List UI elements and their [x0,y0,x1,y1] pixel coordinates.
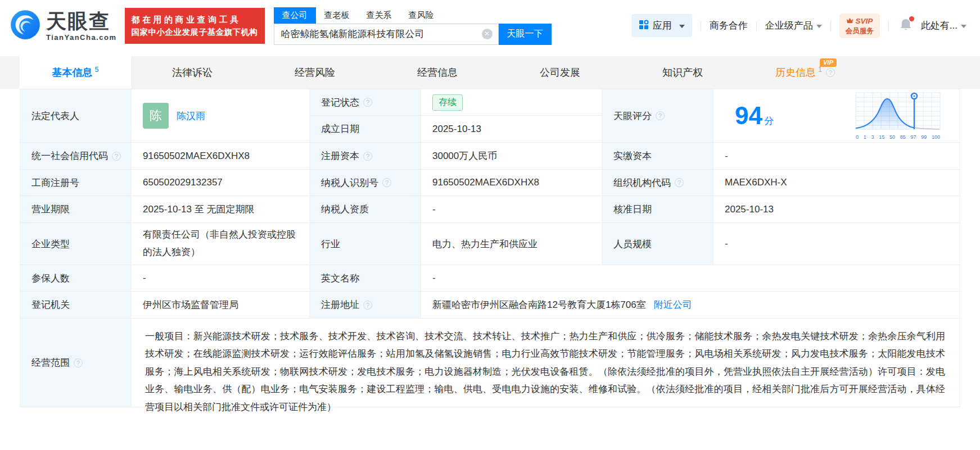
value-text: - [432,272,436,284]
help-icon[interactable] [675,178,684,187]
chevron-down-icon [961,25,967,28]
logo-domain: TianYanCha.com [46,34,117,41]
label-text: 成立日期 [321,122,359,135]
field-value-industry: 电力、热力生产和供应业 [421,223,602,265]
field-value-approval-date: 2025-10-13 [713,196,960,223]
value-text: - [432,204,436,215]
enterprise-products-label: 企业级产品 [765,19,813,32]
field-label-industry: 行业 [310,223,421,265]
field-value-paid-capital: - [713,143,960,170]
tab-operating-risk[interactable]: 经营风险 [254,56,376,89]
label-text: 人员规模 [613,238,652,251]
value-text: 有限责任公司（非自然人投资或控股的法人独资） [143,226,301,261]
label-text: 纳税人资质 [321,203,369,216]
enterprise-products-menu[interactable]: 企业级产品 [765,19,822,32]
label-text: 实缴资本 [613,149,652,162]
business-cooperation-link[interactable]: 商务合作 [710,19,748,32]
label-text: 登记机关 [31,298,70,311]
label-text: 企业类型 [31,238,70,251]
field-value-business-term: 2025-10-13 至 无固定期限 [132,196,310,223]
avatar[interactable]: 陈 [143,103,169,129]
top-header: 天眼查 TianYanCha.com 都在用的商业查询工具 国家中小企业发展子基… [0,0,980,56]
field-label-taxpayer-qualification: 纳税人资质 [310,196,421,223]
tab-intellectual-property[interactable]: 知识产权 [621,56,744,89]
tab-operating-info[interactable]: 经营信息 [376,56,499,89]
field-value-credit-code: 91650502MAEX6DXHX8 [132,143,310,170]
chevron-down-icon [816,25,822,28]
help-icon[interactable] [826,68,835,77]
search-button[interactable]: 天眼一下 [499,24,552,45]
value-text: 650502029132357 [143,177,223,188]
field-value-legal-rep: 陈 陈汉雨 [132,89,310,143]
help-icon[interactable] [656,111,665,120]
svip-sublabel: 会员服务 [846,26,874,35]
apps-label: 应用 [653,19,672,32]
tab-label: 经营风险 [295,66,335,79]
label-text: 核准日期 [613,203,652,216]
nearby-companies-link[interactable]: 附近公司 [654,298,692,311]
help-icon[interactable] [112,152,121,161]
help-icon[interactable] [382,178,391,187]
legal-rep-link[interactable]: 陈汉雨 [177,110,205,122]
field-value-org-code: MAEX6DXH-X [713,170,960,196]
tab-legal-proceedings[interactable]: 法律诉讼 [131,56,254,89]
value-text: 新疆哈密市伊州区融合南路12号教育大厦1栋706室 [432,298,646,311]
tianyancha-logo-icon [10,10,40,42]
value-text: - [725,238,728,249]
search-tab-risk[interactable]: 查风险 [400,7,442,24]
field-value-tyc-score[interactable]: 94分 [713,89,960,143]
value-text: - [143,272,146,284]
value-text: 2025-10-13 [432,124,481,135]
label-text: 英文名称 [321,272,359,285]
field-label-company-type: 企业类型 [20,223,132,265]
divider [701,21,701,30]
account-menu[interactable]: 此处有... [921,19,967,32]
field-value-reg-number: 650502029132357 [132,170,310,196]
promo-banner-line1: 都在用的商业查询工具 [132,13,258,26]
tab-basic-info[interactable]: 基本信息 5 [20,56,131,89]
search-tab-company[interactable]: 查公司 [274,7,316,24]
field-value-staff-size: - [713,223,960,265]
help-icon[interactable] [74,358,83,367]
search-tab-boss[interactable]: 查老板 [316,7,358,24]
promo-banner-line2: 国家中小企业发展子基金旗下机构 [132,26,258,38]
svip-label: SVIP [855,16,873,26]
field-label-insured-count: 参保人数 [20,265,132,292]
value-text: 91650502MAEX6DXHX8 [143,151,250,162]
label-text: 注册资本 [321,149,359,162]
search-input[interactable] [281,29,482,40]
search-tabs: 查公司 查老板 查关系 查风险 [274,7,552,24]
field-label-approval-date: 核准日期 [602,196,713,223]
search-tab-relation[interactable]: 查关系 [358,7,400,24]
label-text: 纳税人识别号 [321,176,378,189]
field-label-reg-status: 登记状态 [310,89,421,116]
search-box [274,24,499,45]
company-info-table: 法定代表人 陈 陈汉雨 登记状态 存续 成立日期 2025-10-13 天眼评分… [20,89,960,407]
tab-history-info[interactable]: VIP 历史信息 1 [744,56,866,89]
notification-bell-icon[interactable] [900,18,912,34]
tianyancha-logo[interactable]: 天眼查 TianYanCha.com [10,10,117,42]
value-text: 电力、热力生产和供应业 [432,238,538,251]
help-icon[interactable] [363,98,372,107]
help-icon[interactable] [363,301,372,310]
apps-grid-icon [639,20,649,32]
value-text: 一般项目：新兴能源技术研发；技术服务、技术开发、技术咨询、技术交流、技术转让、技… [145,331,945,412]
tab-label: 知识产权 [662,66,703,79]
search-section: 查公司 查老板 查关系 查风险 天眼一下 [274,7,552,45]
score-number: 94 [735,102,762,129]
tab-company-development[interactable]: 公司发展 [499,56,621,89]
label-text: 工商注册号 [31,176,79,189]
label-text: 营业期限 [31,203,70,216]
svip-member-button[interactable]: SVIP 会员服务 [839,13,880,38]
section-tabs: 基本信息 5 法律诉讼 经营风险 经营信息 公司发展 知识产权 VIP 历史信息… [0,56,980,89]
clear-search-icon[interactable] [482,29,493,39]
score-unit: 分 [764,116,774,126]
promo-banner: 都在用的商业查询工具 国家中小企业发展子基金旗下机构 [125,8,265,44]
field-label-tyc-score: 天眼评分 [602,89,713,143]
apps-menu[interactable]: 应用 [631,14,692,37]
help-icon[interactable] [363,152,372,161]
value-text: 91650502MAEX6DXHX8 [432,177,539,188]
crown-icon [846,16,853,26]
field-value-reg-capital: 30000万人民币 [421,143,602,170]
divider [756,21,757,30]
